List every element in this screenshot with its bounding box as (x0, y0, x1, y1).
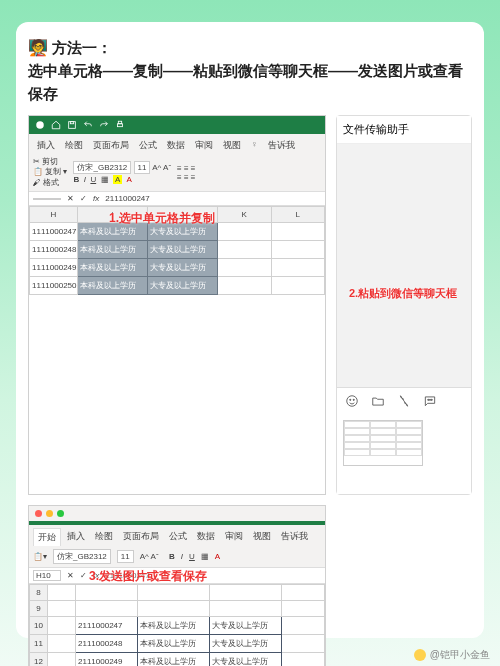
cell[interactable]: 2111000248 (76, 635, 138, 653)
tab-tellme[interactable]: 告诉我 (264, 137, 299, 154)
tab-data[interactable]: 数据 (193, 528, 219, 546)
tab-draw[interactable]: 绘图 (61, 137, 87, 154)
font-name-select[interactable]: 仿宋_GB2312 (73, 161, 131, 174)
folder-icon[interactable] (371, 394, 385, 408)
home-icon[interactable] (51, 120, 61, 130)
cell[interactable] (218, 277, 272, 295)
save-icon[interactable] (67, 120, 77, 130)
cell[interactable]: 大专及以上学历 (148, 241, 218, 259)
fx-icon[interactable]: fx (93, 194, 99, 203)
name-box[interactable] (33, 198, 61, 200)
cell[interactable] (271, 259, 325, 277)
row-header[interactable]: 10 (30, 617, 48, 635)
col-header[interactable]: H (30, 207, 78, 223)
close-dot[interactable] (35, 510, 42, 517)
cell[interactable]: 2111000249 (76, 653, 138, 667)
font-size-select[interactable]: 11 (117, 550, 134, 563)
align-group: ≡ ≡ ≡ ≡ ≡ ≡ (177, 164, 195, 182)
font-color-button[interactable]: A (126, 175, 131, 184)
paste-button[interactable]: 📋▾ (33, 552, 47, 561)
formula-value[interactable]: 2111000247 (105, 194, 150, 203)
cell[interactable]: 本科及以上学历 (138, 653, 210, 667)
tab-layout[interactable]: 页面布局 (119, 528, 163, 546)
tab-insert[interactable]: 插入 (33, 137, 59, 154)
wechat-toolbar (337, 387, 471, 414)
cell[interactable]: 本科及以上学历 (138, 635, 210, 653)
tab-layout[interactable]: 页面布局 (89, 137, 133, 154)
border-button[interactable]: ▦ (101, 175, 109, 184)
cell[interactable]: 1111000247 (30, 223, 78, 241)
print-icon[interactable] (115, 120, 125, 130)
cell[interactable]: 2111000247 (76, 617, 138, 635)
cell[interactable] (218, 259, 272, 277)
increase-font-icon[interactable]: A^ (152, 163, 161, 172)
copy-label[interactable]: 复制 (45, 167, 61, 176)
svg-rect-3 (118, 124, 123, 127)
cell[interactable] (271, 277, 325, 295)
wechat-panel: 文件传输助手 2.粘贴到微信等聊天框 (336, 115, 472, 495)
underline-button[interactable]: U (90, 175, 96, 184)
ribbon-tabs: 插入 绘图 页面布局 公式 数据 审阅 视图 ♀ 告诉我 (29, 134, 325, 154)
row-header[interactable]: 11 (30, 635, 48, 653)
cell[interactable]: 1111000248 (30, 241, 78, 259)
col-header[interactable]: L (271, 207, 325, 223)
tab-view[interactable]: 视图 (219, 137, 245, 154)
fill-color-button[interactable]: A (113, 175, 122, 184)
enter-icon[interactable]: ✓ (80, 571, 87, 580)
cut-label[interactable]: 剪切 (42, 157, 58, 166)
tab-formula[interactable]: 公式 (165, 528, 191, 546)
max-dot[interactable] (57, 510, 64, 517)
cell[interactable]: 大专及以上学历 (210, 635, 282, 653)
cell[interactable]: 1111000249 (30, 259, 78, 277)
callout-3: 3.发送图片或查看保存 (89, 568, 207, 585)
redo-icon[interactable] (99, 120, 109, 130)
cell[interactable] (218, 241, 272, 259)
row-header[interactable]: 12 (30, 653, 48, 667)
cell[interactable]: 1111000250 (30, 277, 78, 295)
tab-view[interactable]: 视图 (249, 528, 275, 546)
name-box[interactable]: H10 (33, 570, 61, 581)
format-label[interactable]: 格式 (43, 178, 59, 187)
row-header[interactable]: 9 (30, 601, 48, 617)
excel-window-2: 开始 插入 绘图 页面布局 公式 数据 审阅 视图 告诉我 📋▾ 仿宋_GB23… (28, 505, 326, 666)
cell[interactable]: 大专及以上学历 (148, 277, 218, 295)
decrease-font-icon[interactable]: Aˇ (163, 163, 171, 172)
tab-tellme[interactable]: 告诉我 (277, 528, 312, 546)
min-dot[interactable] (46, 510, 53, 517)
cell[interactable] (271, 241, 325, 259)
wechat-input-area[interactable] (337, 414, 471, 494)
cell[interactable] (271, 223, 325, 241)
tab-formula[interactable]: 公式 (135, 137, 161, 154)
spreadsheet-grid-2[interactable]: 8 9 102111000247本科及以上学历大专及以上学历 112111000… (29, 584, 325, 666)
excel-window-1: 插入 绘图 页面布局 公式 数据 审阅 视图 ♀ 告诉我 ✂ 剪切 📋 复制 ▾… (28, 115, 326, 495)
italic-button[interactable]: I (84, 175, 86, 184)
bold-button[interactable]: B (73, 175, 79, 184)
cell[interactable]: 本科及以上学历 (78, 259, 148, 277)
tab-data[interactable]: 数据 (163, 137, 189, 154)
emoji-icon[interactable] (345, 394, 359, 408)
cell[interactable]: 本科及以上学历 (78, 241, 148, 259)
undo-icon[interactable] (83, 120, 93, 130)
pasted-image-thumbnail[interactable] (343, 420, 423, 466)
tab-insert[interactable]: 插入 (63, 528, 89, 546)
cancel-icon[interactable]: ✕ (67, 194, 74, 203)
cancel-icon[interactable]: ✕ (67, 571, 74, 580)
tab-review[interactable]: 审阅 (191, 137, 217, 154)
cell[interactable]: 大专及以上学历 (210, 653, 282, 667)
wechat-title: 文件传输助手 (337, 116, 471, 144)
tab-draw[interactable]: 绘图 (91, 528, 117, 546)
cell[interactable]: 本科及以上学历 (78, 277, 148, 295)
screenshot-icon[interactable] (397, 394, 411, 408)
enter-icon[interactable]: ✓ (80, 194, 87, 203)
font-name-select[interactable]: 仿宋_GB2312 (53, 549, 111, 564)
cell[interactable]: 本科及以上学历 (138, 617, 210, 635)
cell[interactable] (218, 223, 272, 241)
chat-history-icon[interactable] (423, 394, 437, 408)
cell[interactable]: 大专及以上学历 (148, 259, 218, 277)
cell[interactable]: 大专及以上学历 (210, 617, 282, 635)
tab-review[interactable]: 审阅 (221, 528, 247, 546)
col-header[interactable]: K (218, 207, 272, 223)
row-header[interactable]: 8 (30, 585, 48, 601)
tab-home[interactable]: 开始 (33, 528, 61, 546)
font-size-select[interactable]: 11 (134, 161, 151, 174)
